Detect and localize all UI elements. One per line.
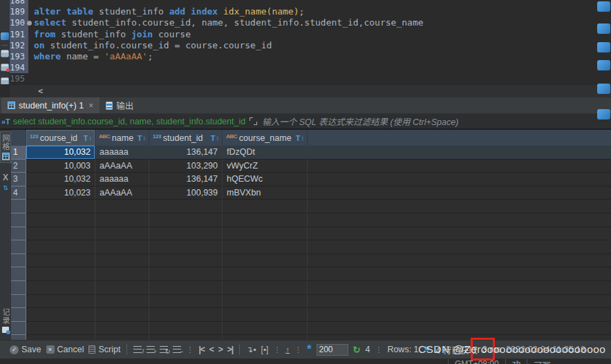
table-cell[interactable]: [223, 267, 308, 281]
table-cell[interactable]: [149, 227, 223, 241]
table-cell[interactable]: aaaaaa: [95, 173, 149, 186]
table-cell[interactable]: [26, 254, 95, 268]
row-number[interactable]: 4: [11, 186, 26, 200]
expand-icon[interactable]: [250, 117, 257, 125]
reload-page-icon[interactable]: ↻: [353, 345, 361, 355]
table-cell[interactable]: [149, 308, 223, 322]
row-number[interactable]: 3: [11, 173, 26, 186]
table-cell[interactable]: [149, 254, 223, 268]
row-number[interactable]: [11, 254, 26, 268]
tool-window-icon[interactable]: [597, 60, 610, 70]
table-cell[interactable]: [95, 213, 149, 227]
editor-hscrollbar[interactable]: <: [10, 84, 611, 97]
language-indicator[interactable]: zh: [505, 359, 527, 364]
table-cell[interactable]: [149, 267, 223, 281]
row-number[interactable]: [11, 267, 26, 281]
more-icon[interactable]: …: [1, 40, 9, 47]
goto-row-icon[interactable]: ↴▪: [246, 345, 256, 354]
table-cell[interactable]: [223, 213, 308, 227]
tab-result[interactable]: student_info(+) 1 ×: [1, 97, 100, 113]
export-icon[interactable]: ↑: [285, 346, 290, 354]
result-filter-bar[interactable]: »T select student_info.course_id, name, …: [0, 114, 611, 130]
table-cell[interactable]: 10,032: [26, 146, 95, 160]
more-icon[interactable]: ⋮: [375, 345, 382, 354]
select-cell-icon[interactable]: [▪]: [261, 345, 268, 354]
revert-row-icon[interactable]: ↻: [160, 346, 168, 353]
table-cell[interactable]: [149, 322, 223, 336]
tool-window-icon[interactable]: [597, 23, 610, 34]
record-tab[interactable]: 记录: [0, 308, 11, 333]
table-cell[interactable]: [26, 267, 95, 281]
code-line[interactable]: 189alter table student_info add index id…: [10, 6, 611, 17]
table-cell[interactable]: [26, 213, 95, 227]
table-cell[interactable]: [95, 335, 149, 340]
last-page-button[interactable]: >|: [227, 345, 233, 354]
column-header-name[interactable]: ABCnameT↕: [95, 130, 149, 146]
table-cell[interactable]: 10,032: [26, 173, 95, 186]
tab-output[interactable]: 输出: [100, 97, 140, 113]
write-mode-indicator[interactable]: 可写: [527, 359, 556, 364]
more-actions-icon[interactable]: ⋮: [186, 345, 194, 354]
table-cell[interactable]: [95, 322, 149, 336]
table-cell[interactable]: [26, 240, 95, 254]
table-cell[interactable]: [26, 227, 95, 241]
page-size-input[interactable]: [317, 344, 348, 356]
tool-window-icon[interactable]: [597, 109, 610, 119]
filter-icon[interactable]: »T: [1, 117, 10, 126]
code-line[interactable]: 191from student_info join course: [10, 29, 611, 40]
table-cell[interactable]: [223, 254, 308, 268]
table-cell[interactable]: [95, 254, 149, 268]
table-cell[interactable]: [149, 295, 223, 309]
table-cell[interactable]: hQECWc: [223, 173, 308, 186]
table-cell[interactable]: vWyCrZ: [223, 160, 308, 173]
table-cell[interactable]: 136,147: [149, 173, 223, 186]
table-cell[interactable]: [95, 240, 149, 254]
table-cell[interactable]: [26, 281, 95, 295]
row-number[interactable]: [11, 240, 26, 254]
more-icon[interactable]: ⋮: [273, 345, 281, 354]
column-header-course_id[interactable]: 123course_idT↕: [26, 130, 95, 146]
table-cell[interactable]: [223, 227, 308, 241]
compare-tab[interactable]: X ⇅: [0, 173, 11, 191]
code-line[interactable]: 193where name = 'aAAaAA';: [10, 51, 611, 62]
file-icon[interactable]: [1, 77, 9, 84]
settings-gear-icon[interactable]: *: [307, 346, 312, 353]
code-line[interactable]: 195: [10, 73, 611, 84]
table-cell[interactable]: [95, 227, 149, 241]
table-cell[interactable]: aaaaaa: [95, 146, 149, 160]
table-cell[interactable]: [95, 295, 149, 309]
next-page-button[interactable]: >: [218, 345, 223, 354]
table-cell[interactable]: [26, 322, 95, 336]
edit-row-icon[interactable]: /: [133, 346, 142, 353]
row-number[interactable]: [11, 227, 26, 241]
row-number[interactable]: [11, 335, 26, 340]
view-grid-tab[interactable]: 网格: [0, 131, 11, 163]
table-cell[interactable]: aAAaAA: [95, 186, 149, 200]
table-cell[interactable]: [223, 200, 308, 213]
table-cell[interactable]: [95, 308, 149, 322]
delete-row-icon[interactable]: −: [173, 346, 181, 353]
row-number[interactable]: [11, 322, 26, 336]
table-cell[interactable]: [149, 200, 223, 213]
table-cell[interactable]: [95, 200, 149, 213]
table-cell[interactable]: 100,939: [149, 186, 223, 200]
editor-lines[interactable]: 188189alter table student_info add index…: [10, 0, 611, 84]
prev-page-button[interactable]: <: [209, 345, 214, 354]
code-line[interactable]: 188: [10, 0, 611, 6]
table-cell[interactable]: [95, 267, 149, 281]
table-cell[interactable]: [223, 308, 308, 322]
table-cell[interactable]: [223, 281, 308, 295]
sort-filter-icon[interactable]: T↕: [138, 134, 146, 142]
close-tab-icon[interactable]: ×: [88, 101, 93, 111]
first-page-button[interactable]: |<: [198, 345, 204, 354]
table-cell[interactable]: [95, 281, 149, 295]
row-number[interactable]: [11, 295, 26, 309]
table-cell[interactable]: [149, 281, 223, 295]
table-cell[interactable]: 10,003: [26, 160, 95, 173]
table-cell[interactable]: [223, 240, 308, 254]
sort-filter-icon[interactable]: T↕: [84, 134, 92, 142]
tool-window-icon[interactable]: [597, 42, 610, 52]
sort-filter-icon[interactable]: T↕: [211, 134, 219, 142]
table-cell[interactable]: fDzQDt: [223, 146, 308, 160]
save-button[interactable]: ✓ Save: [10, 345, 41, 354]
